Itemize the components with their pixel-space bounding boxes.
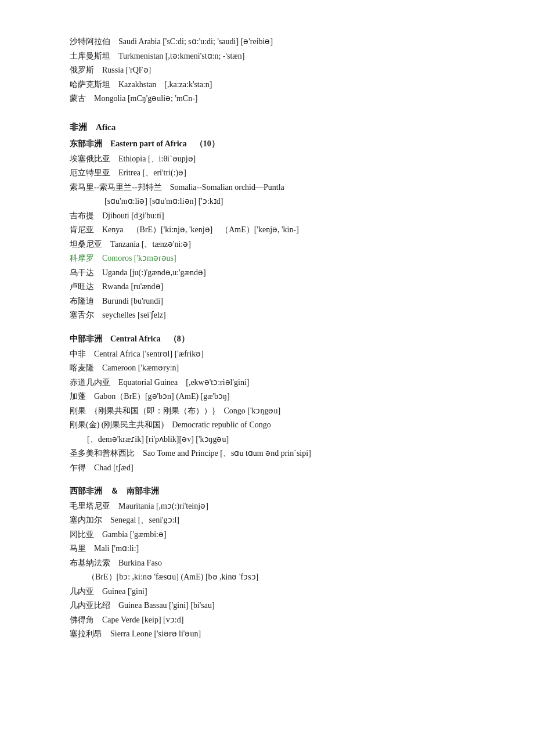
entry-cape-verde: 佛得角 Cape Verde [keip] [vɔ:d] <box>70 613 464 628</box>
africa-header: 非洲 Afica <box>70 120 464 135</box>
english-saudi: Saudi Arabia ['sC:di; sɑ:'u:di; 'saudi] … <box>118 37 273 46</box>
entry-russia: 俄罗斯 Russia ['rQFə] <box>70 63 464 78</box>
english-kazakhstan: Kazakhstan [,ka:za:k'sta:n] <box>118 80 212 89</box>
entry-tanzania: 坦桑尼亚 Tanzania [、tænzə'ni:ə] <box>70 237 464 252</box>
entry-mauritania: 毛里塔尼亚 Mauritania [,mɔ(:)ri'teinjə] <box>70 499 464 514</box>
entry-mali: 马里 Mali ['mɑ:li:] <box>70 542 464 556</box>
western-southern-africa-header: 西部非洲 ＆ 南部非洲 <box>70 484 464 498</box>
entry-gambia: 冈比亚 Gambia ['gæmbi:ə] <box>70 528 464 542</box>
asia-section: 沙特阿拉伯 Saudi Arabia ['sC:di; sɑ:'u:di; 's… <box>70 35 464 106</box>
chinese-saudi: 沙特阿拉伯 <box>70 37 110 46</box>
english-turkmenistan: Turkmenistan [,tə:kmeni'stɑ:n; -'stæn] <box>118 52 244 60</box>
entry-seychelles: 塞舌尔 seychelles [sei'ʃelz] <box>70 308 464 323</box>
entry-gabon: 加蓬 Gabon（BrE）[gə'bɔn] (AmE) [gæ'bɔŋ] <box>70 390 464 404</box>
entry-congo-democratic-phonetic: [、demə'kræɾik] [ri'pʌblik][əv] ['kɔŋgəu] <box>70 433 464 447</box>
entry-congo-democratic: 刚果(金) (刚果民主共和国) Democratic republic of C… <box>70 418 464 433</box>
entry-burkina-faso-phonetic: （BrE）[bɔ: ,ki:nə 'fæsɑu] (AmE) [bə ,kinə… <box>70 570 464 585</box>
entry-turkmenistan: 土库曼斯坦 Turkmenistan [,tə:kmeni'stɑ:n; -'s… <box>70 49 464 64</box>
english-russia: Russia ['rQFə] <box>102 66 151 74</box>
eastern-africa-subsection: 东部非洲 Eastern part of Africa （10） 埃塞俄比亚 E… <box>70 137 464 323</box>
english-mongolia: Mongolia [mCŋ'gəuliə; 'mCn-] <box>94 94 198 103</box>
comoros-text: 科摩罗 Comoros ['kɔmərəus] <box>70 254 176 262</box>
entry-mongolia: 蒙古 Mongolia [mCŋ'gəuliə; 'mCn-] <box>70 92 464 106</box>
entry-comoros: 科摩罗 Comoros ['kɔmərəus] <box>70 251 464 266</box>
entry-burundi: 布隆迪 Burundi [bu'rundi] <box>70 294 464 309</box>
entry-kazakhstan: 哈萨克斯坦 Kazakhstan [,ka:za:k'sta:n] <box>70 78 464 92</box>
chinese-kazakhstan: 哈萨克斯坦 <box>70 80 110 89</box>
chinese-turkmenistan: 土库曼斯坦 <box>70 52 110 60</box>
central-africa-header: 中部非洲 Central Africa （8） <box>70 332 464 346</box>
africa-section: 非洲 Afica 东部非洲 Eastern part of Africa （10… <box>70 120 464 642</box>
entry-guinea-bassau: 几内亚比绍 Guinea Bassau ['gini] [bi'sau] <box>70 599 464 613</box>
entry-somalia-phonetic: [sɑu'mɑ:liə] [sɑu'mɑ:liən] ['ɔ:kɪd] <box>70 195 464 209</box>
entry-congo-republic: 刚果 {刚果共和国（即：刚果（布））} Congo ['kɔŋgəu] <box>70 404 464 419</box>
entry-eritrea: 厄立特里亚 Eritrea [、eri'tri(:)ə] <box>70 166 464 181</box>
entry-djibouti: 吉布提 Djibouti [dʒi'bu:ti] <box>70 209 464 224</box>
western-southern-africa-subsection: 西部非洲 ＆ 南部非洲 毛里塔尼亚 Mauritania [,mɔ(:)ri't… <box>70 484 464 642</box>
entry-kenya: 肯尼亚 Kenya （BrE）['ki:njə, 'kenjə] （AmE）['… <box>70 223 464 237</box>
entry-ethiopia: 埃塞俄比亚 Ethiopia [、i:θi`əupjə] <box>70 152 464 167</box>
entry-guinea: 几内亚 Guinea ['gini] <box>70 585 464 599</box>
eastern-africa-header: 东部非洲 Eastern part of Africa （10） <box>70 137 464 151</box>
entry-burkina-faso: 布基纳法索 Burkina Faso <box>70 556 464 571</box>
entry-somalia: 索马里--索马里兰--邦特兰 Somalia--Somalian orchid—… <box>70 181 464 195</box>
entry-sierra-leone: 塞拉利昂 Sierra Leone ['siərə li'əun] <box>70 627 464 642</box>
entry-central-africa: 中非 Central Africa ['sentrəl] ['æfrikə] <box>70 347 464 362</box>
entry-cameroon: 喀麦隆 Cameroon ['kæmərу:n] <box>70 361 464 376</box>
entry-rwanda: 卢旺达 Rwanda [ru'ændə] <box>70 280 464 294</box>
entry-equatorial-guinea: 赤道几内亚 Equatorial Guinea [,ekwə'tɔ:riəl'g… <box>70 376 464 390</box>
chinese-mongolia: 蒙古 <box>70 94 86 103</box>
central-africa-subsection: 中部非洲 Central Africa （8） 中非 Central Afric… <box>70 332 464 475</box>
entry-sao-tome: 圣多美和普林西比 Sao Tome and Principe [、sɑu tɑu… <box>70 447 464 461</box>
chinese-russia: 俄罗斯 <box>70 66 94 74</box>
entry-saudi: 沙特阿拉伯 Saudi Arabia ['sC:di; sɑ:'u:di; 's… <box>70 35 464 49</box>
entry-chad: 乍得 Chad [tʃæd] <box>70 461 464 476</box>
entry-senegal: 塞内加尔 Senegal [、seni'gɔ:l] <box>70 513 464 528</box>
entry-uganda: 乌干达 Uganda [ju(:)'gændə,u:'gændə] <box>70 266 464 280</box>
